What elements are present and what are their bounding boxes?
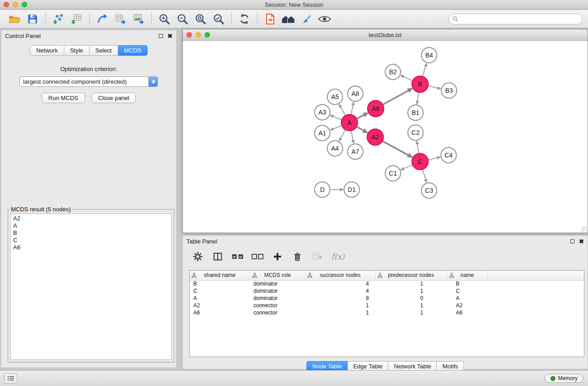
float-table-panel-icon[interactable]	[570, 239, 574, 243]
select-all-rows-icon[interactable]	[230, 249, 245, 264]
minimize-window-button[interactable]	[13, 2, 18, 7]
optimization-criterion-select[interactable]: largest connected component (directed)	[19, 76, 158, 87]
graph-node-C2[interactable]: C2	[408, 125, 423, 140]
column-header-successor-nodes[interactable]: successor nodes	[305, 271, 375, 280]
graph-edge-B-B1[interactable]	[417, 93, 419, 102]
column-header-name[interactable]: name	[447, 271, 488, 280]
result-item-a2[interactable]: A2	[11, 214, 171, 222]
zoom-out-icon[interactable]	[173, 11, 191, 27]
export-table-icon[interactable]	[111, 11, 129, 27]
graph-node-B1[interactable]: B1	[408, 105, 423, 120]
graph-edge-A-A3[interactable]	[333, 116, 341, 119]
zoom-fit-icon[interactable]	[191, 11, 210, 27]
result-item-a6[interactable]: A6	[11, 243, 171, 251]
graph-edge-A-A2[interactable]	[357, 127, 364, 131]
deselect-all-rows-icon[interactable]	[250, 249, 265, 264]
graph-edge-A-A8[interactable]	[351, 105, 353, 114]
table-row-a6[interactable]: A6connector11A6	[190, 309, 584, 316]
table-row-b[interactable]: Bdominator41B	[190, 280, 584, 287]
graph-node-B2[interactable]: B2	[385, 64, 401, 80]
zoom-selected-icon[interactable]	[210, 11, 228, 27]
graph-node-C3[interactable]: C3	[421, 183, 437, 198]
graph-node-B[interactable]: B	[412, 76, 428, 92]
graph-edge-C-C1[interactable]	[403, 165, 412, 169]
graph-node-A8[interactable]: A8	[348, 86, 363, 101]
graph-edge-A-A5[interactable]	[340, 107, 345, 115]
graph-edge-B-B2[interactable]	[403, 76, 412, 81]
graph-edge-A-A6[interactable]	[357, 115, 364, 119]
result-item-b[interactable]: B	[11, 229, 171, 236]
delete-column-trash-icon[interactable]	[290, 249, 305, 264]
export-network-icon[interactable]	[93, 11, 111, 27]
run-mcds-button[interactable]: Run MCDS	[42, 93, 85, 103]
minimize-network-button[interactable]	[196, 32, 201, 38]
show-hide-graphics-icon[interactable]	[316, 11, 334, 27]
graph-edge-A-A4[interactable]	[340, 130, 345, 139]
paint-style-icon[interactable]	[297, 11, 316, 27]
close-window-button[interactable]	[4, 2, 9, 7]
redraw-network-icon[interactable]	[235, 11, 253, 27]
show-column-icon[interactable]	[210, 249, 225, 264]
zoom-network-button[interactable]	[205, 32, 210, 38]
graph-edge-C-C4[interactable]	[429, 157, 438, 160]
memory-button[interactable]: Memory	[545, 374, 583, 383]
open-session-icon[interactable]	[5, 11, 24, 27]
import-table-icon[interactable]	[67, 11, 86, 27]
tab-mcds[interactable]: MCDS	[118, 45, 148, 56]
graph-node-A[interactable]: A	[341, 114, 358, 131]
function-builder-icon[interactable]: f(x)	[330, 252, 344, 261]
close-network-button[interactable]	[186, 32, 192, 38]
table-row-a2[interactable]: A2connector11A2	[190, 302, 584, 309]
table-row-a[interactable]: Adominator80A	[190, 295, 584, 302]
column-header-MCDS-role[interactable]: MCDS role	[250, 271, 305, 280]
graph-edge-C-C3[interactable]	[423, 170, 426, 180]
window-resize-grip[interactable]	[581, 226, 587, 232]
graph-node-C1[interactable]: C1	[385, 166, 401, 181]
tab-select[interactable]: Select	[90, 45, 118, 56]
graph-node-A1[interactable]: A1	[315, 125, 330, 141]
graph-node-C4[interactable]: C4	[441, 148, 456, 163]
import-network-icon[interactable]	[49, 11, 67, 27]
zoom-in-icon[interactable]	[155, 11, 173, 27]
graph-node-D1[interactable]: D1	[344, 182, 359, 197]
graph-node-C[interactable]: C	[412, 153, 428, 170]
column-header-shared-name[interactable]: shared name	[190, 271, 250, 280]
close-table-panel-icon[interactable]: ✖	[579, 238, 584, 244]
control-panel-tabs: NetworkStyleSelectMCDS	[1, 45, 176, 56]
close-panel-button[interactable]: Close panel	[91, 93, 136, 103]
tab-style[interactable]: Style	[64, 45, 90, 56]
result-item-c[interactable]: C	[11, 236, 171, 243]
result-item-a[interactable]: A	[11, 222, 171, 229]
graph-edge-C-C2[interactable]	[417, 144, 419, 153]
graph-edge-B-B4[interactable]	[423, 66, 426, 76]
graph-edge-B-B3[interactable]	[429, 86, 438, 88]
network-snapshot-icon[interactable]	[261, 11, 279, 27]
graph-edge-A6-B[interactable]	[383, 91, 409, 105]
export-image-icon[interactable]	[129, 11, 148, 27]
graph-node-B4[interactable]: B4	[421, 48, 437, 63]
graph-node-A5[interactable]: A5	[327, 89, 343, 105]
column-header-predecessor-nodes[interactable]: predecessor nodes	[375, 271, 447, 280]
graph-node-A7[interactable]: A7	[348, 144, 363, 159]
table-settings-gear-icon[interactable]	[190, 249, 206, 264]
table-row-c[interactable]: Cdominator41C	[190, 287, 584, 295]
add-column-icon[interactable]	[270, 249, 285, 264]
network-canvas[interactable]: B4B2BB3A5A8A6A3B1AA1C2A2A4A7C4CC1C3DD1	[183, 41, 588, 233]
network-overview-icon[interactable]	[279, 11, 297, 27]
graph-node-A3[interactable]: A3	[315, 105, 330, 120]
graph-edge-A-A1[interactable]	[333, 126, 341, 129]
graph-node-A2[interactable]: A2	[367, 129, 383, 145]
tab-network[interactable]: Network	[30, 45, 64, 56]
float-panel-icon[interactable]	[159, 34, 163, 38]
task-history-button[interactable]	[5, 373, 17, 383]
search-input[interactable]	[449, 14, 583, 24]
graph-node-A4[interactable]: A4	[327, 141, 343, 156]
close-panel-icon[interactable]: ✖	[167, 33, 172, 39]
graph-edge-A-A7[interactable]	[351, 131, 353, 141]
zoom-window-button[interactable]	[22, 2, 27, 7]
graph-node-A6[interactable]: A6	[368, 100, 384, 117]
graph-node-B3[interactable]: B3	[441, 83, 457, 98]
graph-edge-A2-C[interactable]	[383, 141, 409, 155]
graph-node-D[interactable]: D	[315, 182, 330, 197]
save-session-icon[interactable]	[24, 11, 42, 27]
